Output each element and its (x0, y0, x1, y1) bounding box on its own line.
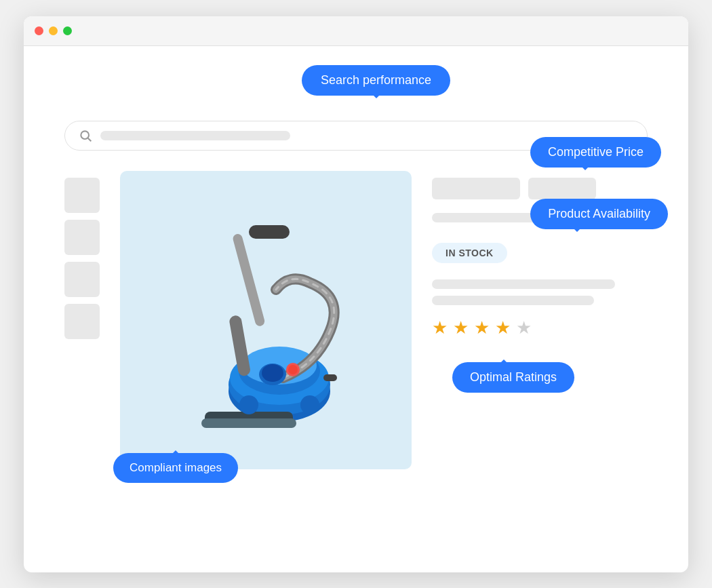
maximize-button[interactable] (63, 26, 72, 35)
content-placeholder-1 (432, 279, 615, 289)
svg-rect-7 (229, 314, 251, 376)
product-row: Compliant images Competitive Price (64, 171, 648, 469)
search-performance-label: Search performance (321, 73, 431, 87)
stars-row: ★ ★ ★ ★ ★ (432, 317, 648, 338)
svg-point-17 (288, 365, 298, 374)
close-button[interactable] (35, 26, 43, 35)
content-placeholder-2 (432, 296, 594, 305)
optimal-ratings-label: Optimal Ratings (470, 370, 557, 384)
star-3: ★ (474, 317, 490, 338)
ratings-block: ★ ★ ★ ★ ★ Optimal Ratings (432, 317, 648, 379)
compliant-images-tooltip: Compliant images (113, 453, 238, 483)
search-performance-tooltip: Search performance (302, 65, 450, 96)
compliant-images-label: Compliant images (130, 461, 222, 474)
svg-point-15 (262, 364, 283, 382)
price-placeholder-row (432, 178, 648, 199)
svg-rect-11 (201, 418, 296, 428)
svg-rect-9 (249, 225, 290, 239)
svg-point-12 (239, 395, 258, 414)
price-block: Competitive Price (432, 178, 648, 199)
competitive-price-label: Competitive Price (548, 145, 644, 159)
star-1: ★ (432, 317, 448, 338)
availability-block: Product Availability IN STOCK (432, 243, 648, 263)
content-area: Search performance (24, 46, 688, 572)
minimize-button[interactable] (49, 26, 58, 35)
competitive-price-tooltip: Competitive Price (530, 137, 661, 168)
star-5: ★ (516, 317, 532, 338)
thumbnail-4[interactable] (64, 304, 100, 339)
thumbnail-3[interactable] (64, 262, 100, 297)
star-4: ★ (495, 317, 511, 338)
svg-point-0 (81, 131, 89, 139)
thumbnail-1[interactable] (64, 178, 100, 213)
thumbnail-2[interactable] (64, 220, 100, 255)
star-2: ★ (453, 317, 469, 338)
title-placeholder (432, 213, 540, 222)
optimal-ratings-tooltip: Optimal Ratings (452, 362, 574, 393)
product-availability-tooltip: Product Availability (530, 199, 668, 229)
product-details-column: Competitive Price Product Availability (432, 171, 648, 379)
svg-point-13 (300, 395, 319, 414)
product-image-area: Compliant images (120, 171, 412, 469)
browser-window: Search performance (24, 16, 688, 572)
search-icon (79, 129, 92, 142)
thumbnails-column (64, 178, 100, 339)
vacuum-cleaner-image (167, 195, 364, 446)
product-availability-label: Product Availability (548, 207, 650, 220)
svg-line-1 (88, 138, 92, 141)
search-input-placeholder (100, 131, 290, 140)
in-stock-badge: IN STOCK (432, 243, 507, 263)
price-large-placeholder (432, 178, 520, 199)
title-bar (24, 16, 688, 46)
svg-rect-18 (323, 374, 337, 381)
price-small-placeholder (528, 178, 596, 199)
svg-rect-8 (232, 233, 266, 327)
